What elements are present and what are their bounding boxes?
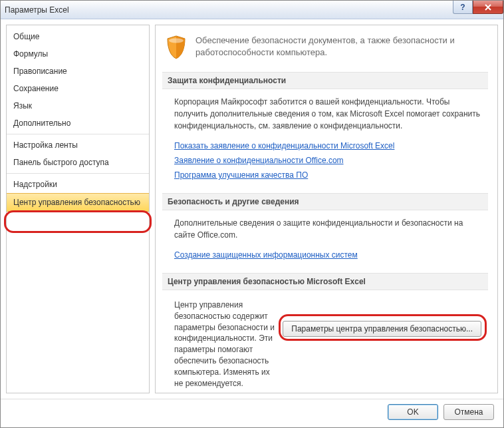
link-ceip[interactable]: Программа улучшения качества ПО bbox=[174, 169, 481, 181]
sidebar-item-label: Панель быстрого доступа bbox=[13, 158, 109, 167]
sidebar-item-label: Язык bbox=[13, 101, 32, 110]
content-wrap: Общие Формулы Правописание Сохранение Яз… bbox=[1, 19, 503, 399]
trust-center-settings-button[interactable]: Параметры центра управления безопасность… bbox=[283, 321, 481, 337]
sidebar-item-label: Центр управления безопасностью bbox=[13, 198, 140, 207]
sidebar-item-formulas[interactable]: Формулы bbox=[7, 45, 149, 63]
section-security-header: Безопасность и другие сведения bbox=[162, 193, 488, 210]
main-panel: Обеспечение безопасности документов, а т… bbox=[155, 25, 498, 393]
sidebar-item-addins[interactable]: Надстройки bbox=[7, 176, 149, 193]
window-title: Параметры Excel bbox=[5, 5, 69, 15]
sidebar-item-general[interactable]: Общие bbox=[7, 28, 149, 45]
sidebar: Общие Формулы Правописание Сохранение Яз… bbox=[6, 25, 150, 393]
sidebar-item-save[interactable]: Сохранение bbox=[7, 80, 149, 97]
sidebar-item-label: Сохранение bbox=[13, 84, 59, 93]
titlebar-buttons: ? bbox=[453, 1, 503, 15]
sidebar-item-advanced[interactable]: Дополнительно bbox=[7, 114, 149, 132]
dialog-footer: OK Отмена bbox=[1, 399, 503, 424]
trust-text: Центр управления безопасностью содержит … bbox=[174, 300, 275, 389]
sidebar-item-qat[interactable]: Панель быстрого доступа bbox=[7, 154, 149, 171]
close-button[interactable] bbox=[473, 1, 503, 14]
sidebar-separator bbox=[7, 134, 149, 134]
close-icon bbox=[484, 4, 492, 11]
titlebar: Параметры Excel ? bbox=[1, 1, 503, 19]
section-privacy-header: Защита конфиденциальности bbox=[162, 72, 488, 89]
privacy-text: Корпорация Майкрософт заботится о вашей … bbox=[174, 96, 481, 132]
section-privacy-body: Корпорация Майкрософт заботится о вашей … bbox=[162, 96, 488, 190]
hero: Обеспечение безопасности документов, а т… bbox=[162, 32, 488, 69]
sidebar-item-label: Настройка ленты bbox=[13, 140, 78, 150]
shield-icon bbox=[165, 35, 188, 60]
security-text: Дополнительные сведения о защите конфиде… bbox=[174, 217, 481, 241]
annotation-highlight bbox=[4, 210, 152, 233]
hero-text: Обеспечение безопасности документов, а т… bbox=[195, 35, 488, 60]
sidebar-item-language[interactable]: Язык bbox=[7, 97, 149, 114]
sidebar-item-label: Надстройки bbox=[13, 180, 57, 189]
svg-point-0 bbox=[169, 39, 184, 43]
sidebar-item-label: Формулы bbox=[13, 49, 48, 59]
sidebar-separator bbox=[7, 173, 149, 174]
cancel-button[interactable]: Отмена bbox=[443, 404, 494, 420]
ok-button[interactable]: OK bbox=[388, 404, 438, 420]
help-icon: ? bbox=[460, 3, 465, 12]
sidebar-item-label: Дополнительно bbox=[13, 118, 70, 128]
link-trustworthy[interactable]: Создание защищенных информационных систе… bbox=[174, 249, 481, 261]
section-trust-header: Центр управления безопасностью Microsoft… bbox=[162, 273, 488, 290]
sidebar-item-label: Общие bbox=[13, 32, 39, 41]
link-privacy-excel[interactable]: Показать заявление о конфиденциальности … bbox=[174, 140, 481, 152]
trust-row: Центр управления безопасностью содержит … bbox=[162, 297, 488, 393]
section-security-body: Дополнительные сведения о защите конфиде… bbox=[162, 217, 488, 270]
sidebar-item-trust-center[interactable]: Центр управления безопасностью bbox=[7, 193, 149, 212]
sidebar-item-label: Правописание bbox=[13, 67, 67, 76]
help-button[interactable]: ? bbox=[453, 1, 473, 14]
link-privacy-office[interactable]: Заявление о конфиденциальности Office.co… bbox=[174, 154, 481, 166]
sidebar-item-ribbon[interactable]: Настройка ленты bbox=[7, 136, 149, 154]
sidebar-item-proofing[interactable]: Правописание bbox=[7, 63, 149, 80]
